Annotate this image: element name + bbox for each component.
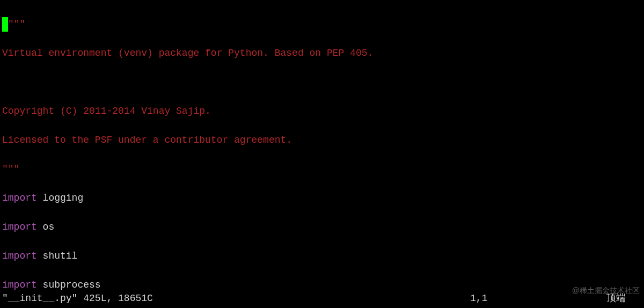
import-logging: import logging — [2, 191, 642, 206]
cursor — [2, 17, 8, 32]
docstring-quote: """ — [8, 19, 25, 30]
keyword-import: import — [2, 222, 37, 232]
code-editor[interactable]: """ Virtual environment (venv) package f… — [0, 0, 644, 308]
code-line-2: Virtual environment (venv) package for P… — [2, 46, 642, 61]
module-name: shutil — [37, 251, 78, 261]
module-name: subprocess — [37, 280, 101, 290]
cursor-position: 1,1 — [470, 291, 577, 306]
keyword-import: import — [2, 193, 37, 203]
code-line-1: """ — [2, 17, 642, 32]
import-shutil: import shutil — [2, 249, 642, 263]
code-line-3 — [2, 75, 642, 90]
module-name: os — [37, 222, 54, 232]
file-info: "__init__.py" 425L, 18651C — [2, 291, 470, 306]
code-line-6: """ — [2, 162, 642, 177]
import-os: import os — [2, 220, 642, 234]
vim-statusbar: "__init__.py" 425L, 18651C 1,1 顶端 — [2, 291, 642, 306]
module-name: logging — [37, 193, 83, 203]
keyword-import: import — [2, 251, 37, 261]
watermark: @稀土掘金技术社区 — [572, 285, 640, 296]
code-line-4: Copyright (C) 2011-2014 Vinay Sajip. — [2, 104, 642, 119]
code-line-5: Licensed to the PSF under a contributor … — [2, 133, 642, 148]
keyword-import: import — [2, 280, 37, 290]
import-subprocess: import subprocess — [2, 278, 642, 292]
